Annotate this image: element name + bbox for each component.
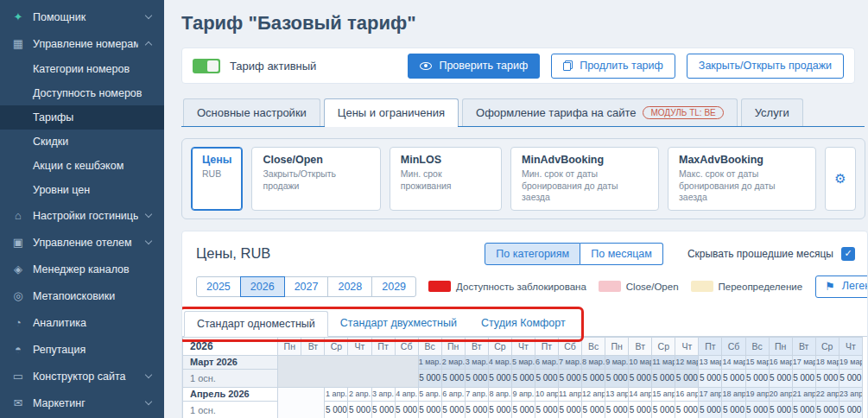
price-cell[interactable]: 5 000 (582, 369, 605, 387)
category-tab[interactable]: Студия Комфорт (469, 311, 578, 336)
empty-days-block (278, 355, 418, 387)
date-cell: 19 мар. (839, 355, 862, 369)
sidebar-item[interactable]: ◈Менеджер каналов (0, 256, 164, 282)
price-cell[interactable]: 5 000 (722, 369, 745, 387)
sidebar-item[interactable]: ▭Конструктор сайта (0, 363, 164, 390)
extend-tariff-button[interactable]: Продлить тариф (551, 54, 675, 79)
date-cell: 3 апр. (371, 387, 395, 401)
restriction-card[interactable]: MinLOSМин. срок проживания (390, 147, 502, 211)
settings-gear-button[interactable]: ⚙ (825, 147, 856, 211)
sidebar-item[interactable]: ◎Метапоисковики (0, 282, 164, 309)
price-cell[interactable]: 5 000 (769, 401, 792, 418)
price-cell[interactable]: 5 000 (488, 401, 511, 418)
restriction-card[interactable]: MaxAdvBookingМакс. срок от даты брониров… (668, 147, 816, 211)
price-cell[interactable]: 5 000 (815, 401, 839, 418)
close-open-sales-button[interactable]: Закрыть/Открыть продажи (687, 54, 844, 79)
price-cell[interactable]: 5 000 (605, 369, 629, 387)
price-cell[interactable]: 5 000 (699, 401, 722, 418)
price-cell[interactable]: 5 000 (535, 401, 558, 418)
prices-title: Цены, RUB (196, 245, 270, 262)
weekday-header: Вт (629, 337, 652, 355)
price-cell[interactable]: 5 000 (675, 401, 699, 418)
sidebar-item[interactable]: ▦Управление номерами (0, 30, 164, 57)
tariff-active-toggle[interactable] (193, 59, 220, 73)
price-cell[interactable]: 5 000 (629, 401, 652, 418)
hide-past-label: Скрывать прошедшие месяцы (687, 248, 833, 260)
price-cell[interactable]: 5 000 (605, 401, 629, 418)
year-tab[interactable]: 2027 (284, 276, 329, 297)
price-cell[interactable]: 5 000 (559, 401, 582, 418)
category-tabs: Стандарт одноместныйСтандарт двухместный… (184, 311, 578, 336)
restriction-card-title: Цены (202, 154, 231, 166)
tab[interactable]: Оформление тарифа на сайтеМОДУЛЬ TL: BE (462, 98, 738, 126)
restriction-card[interactable]: MinAdvBookingМин. срок от даты бронирова… (510, 147, 659, 211)
legend-button[interactable]: ⚑ Легенда (815, 276, 868, 298)
price-cell[interactable]: 5 000 (792, 369, 815, 387)
price-cell[interactable]: 5 000 (582, 401, 605, 418)
restriction-card-title: MaxAdvBooking (679, 154, 805, 166)
price-cell[interactable]: 5 000 (699, 369, 722, 387)
price-cell[interactable]: 5 000 (559, 369, 582, 387)
date-cell: 13 мар. (699, 355, 722, 369)
year-tab[interactable]: 2026 (240, 276, 285, 297)
year-tab[interactable]: 2028 (327, 276, 372, 297)
tab[interactable]: Цены и ограничения (324, 98, 459, 126)
price-cell[interactable]: 5 000 (371, 401, 395, 418)
price-cell[interactable]: 5 000 (325, 401, 348, 418)
chevron-down-icon (145, 398, 152, 405)
price-cell[interactable]: 5 000 (815, 369, 839, 387)
sidebar-subitem[interactable]: Акции с кешбэком (0, 154, 164, 178)
calendar-icon: ▦ (11, 37, 25, 50)
price-cell[interactable]: 5 000 (769, 369, 792, 387)
price-cell[interactable]: 5 000 (722, 401, 745, 418)
price-cell[interactable]: 5 000 (839, 401, 862, 418)
sidebar-subitem[interactable]: Уровни цен (0, 178, 164, 202)
price-cell[interactable]: 5 000 (465, 401, 488, 418)
sidebar-subitem[interactable]: Скидки (0, 130, 164, 154)
tab-label: Основные настройки (197, 106, 307, 119)
price-cell[interactable]: 5 000 (745, 401, 769, 418)
price-cell[interactable]: 5 000 (675, 369, 699, 387)
price-cell[interactable]: 5 000 (418, 369, 441, 387)
year-tab[interactable]: 2025 (196, 276, 241, 297)
price-cell[interactable]: 5 000 (511, 401, 535, 418)
price-cell[interactable]: 5 000 (511, 369, 535, 387)
price-cell[interactable]: 5 000 (745, 369, 769, 387)
price-cell[interactable]: 5 000 (652, 369, 675, 387)
year-tab[interactable]: 2029 (371, 276, 416, 297)
category-tab[interactable]: Стандарт одноместный (184, 311, 328, 337)
price-cell[interactable]: 5 000 (792, 401, 815, 418)
price-cell[interactable]: 5 000 (488, 369, 511, 387)
date-cell: 4 мар. (488, 355, 511, 369)
restriction-card[interactable]: ЦеныRUB (191, 147, 243, 211)
price-cell[interactable]: 5 000 (839, 369, 862, 387)
sidebar-item[interactable]: ✦Помощник (0, 3, 164, 30)
sidebar-subitem[interactable]: Категории номеров (0, 57, 164, 81)
tab[interactable]: Услуги (741, 98, 803, 126)
price-cell[interactable]: 5 000 (418, 401, 441, 418)
price-cell[interactable]: 5 000 (535, 369, 558, 387)
view-toggle-button[interactable]: По категориям (485, 243, 580, 265)
sidebar-item[interactable]: ◓Репутация (0, 336, 164, 363)
price-cell[interactable]: 5 000 (465, 369, 488, 387)
category-tab[interactable]: Стандарт двухместный (328, 311, 469, 336)
price-cell[interactable]: 5 000 (348, 401, 371, 418)
sidebar-item[interactable]: ✉Маркетинг (0, 390, 164, 416)
price-cell[interactable]: 5 000 (629, 369, 652, 387)
view-toggle-button[interactable]: По месяцам (580, 243, 663, 265)
restriction-card[interactable]: Close/OpenЗакрыть/Открыть продажи (251, 147, 380, 211)
price-cell[interactable]: 5 000 (395, 401, 418, 418)
prices-subheader: 20252026202720282029 Доступность заблоки… (182, 276, 867, 298)
price-cell[interactable]: 5 000 (652, 401, 675, 418)
calendar-header-row: 2026ПнВтСрЧтПтСбВсПнВтСрЧтПтСбВсПнВтСрЧт… (183, 337, 863, 355)
hide-past-checkbox[interactable]: ✓ (841, 247, 855, 261)
price-cell[interactable]: 5 000 (441, 369, 465, 387)
sidebar-item[interactable]: ◔Аналитика (0, 309, 164, 336)
sidebar-subitem[interactable]: Доступность номеров (0, 81, 164, 105)
check-tariff-button[interactable]: Проверить тариф (408, 54, 540, 79)
sidebar-item[interactable]: ⌂Настройки гостиницы (0, 202, 164, 229)
price-cell[interactable]: 5 000 (441, 401, 465, 418)
sidebar-item[interactable]: ▣Управление отелем (0, 229, 164, 256)
tab[interactable]: Основные настройки (183, 98, 320, 126)
sidebar-subitem[interactable]: Тарифы (0, 105, 164, 130)
